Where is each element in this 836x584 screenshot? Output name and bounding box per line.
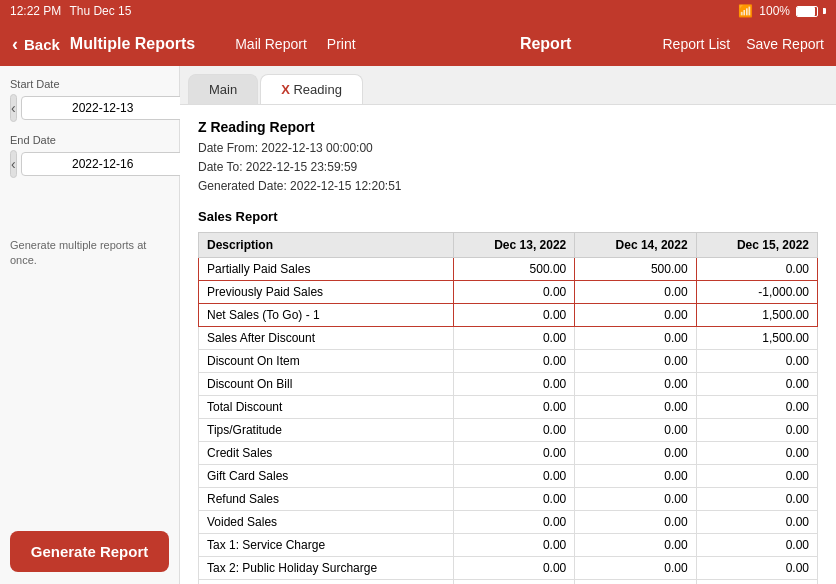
cell-description: Credit Sales <box>199 441 454 464</box>
end-date-input[interactable] <box>21 152 185 176</box>
table-row: Previously Paid Sales0.000.00-1,000.00 <box>199 280 818 303</box>
tab-reading-label: Reading <box>293 82 341 97</box>
cell-col1: 0.00 <box>453 326 574 349</box>
report-meta: Date From: 2022-12-13 00:00:00 Date To: … <box>198 139 818 197</box>
table-row: Partially Paid Sales500.00500.000.00 <box>199 257 818 280</box>
center-title: Report <box>449 35 643 53</box>
print-button[interactable]: Print <box>327 36 356 52</box>
cell-col3: 0.00 <box>696 487 817 510</box>
cell-col1: 0.00 <box>453 418 574 441</box>
cell-col3: 0.00 <box>696 257 817 280</box>
start-date-input[interactable] <box>21 96 185 120</box>
start-date-label: Start Date <box>10 78 169 90</box>
cell-col1: 0.00 <box>453 464 574 487</box>
battery-icon <box>796 6 818 17</box>
tab-main[interactable]: Main <box>188 74 258 104</box>
cell-col2: 500.00 <box>575 257 696 280</box>
status-bar: 12:22 PM Thu Dec 15 📶 100% <box>0 0 836 22</box>
table-row: Voided Sales0.000.000.00 <box>199 510 818 533</box>
table-row: Total Tax0.000.000.00 <box>199 579 818 584</box>
main-layout: Start Date ‹ › End Date ‹ › Generate mul… <box>0 66 836 584</box>
cell-col2: 0.00 <box>575 556 696 579</box>
cell-col3: 0.00 <box>696 395 817 418</box>
back-arrow-icon[interactable]: ‹ <box>12 34 18 55</box>
cell-description: Discount On Bill <box>199 372 454 395</box>
start-date-section: Start Date ‹ › <box>10 78 169 122</box>
table-row: Tax 2: Public Holiday Surcharge0.000.000… <box>199 556 818 579</box>
section-title: Sales Report <box>198 209 818 224</box>
sales-table: Description Dec 13, 2022 Dec 14, 2022 De… <box>198 232 818 584</box>
cell-description: Net Sales (To Go) - 1 <box>199 303 454 326</box>
mail-report-button[interactable]: Mail Report <box>235 36 307 52</box>
start-date-prev-button[interactable]: ‹ <box>10 94 17 122</box>
cell-col3: 1,500.00 <box>696 303 817 326</box>
cell-description: Gift Card Sales <box>199 464 454 487</box>
battery-tip <box>823 8 826 14</box>
table-header-row: Description Dec 13, 2022 Dec 14, 2022 De… <box>199 232 818 257</box>
cell-description: Total Discount <box>199 395 454 418</box>
cell-col1: 500.00 <box>453 257 574 280</box>
cell-col3: -1,000.00 <box>696 280 817 303</box>
date-from: Date From: 2022-12-13 00:00:00 <box>198 139 818 158</box>
report-content: Z Reading Report Date From: 2022-12-13 0… <box>180 105 836 584</box>
table-row: Total Discount0.000.000.00 <box>199 395 818 418</box>
cell-description: Refund Sales <box>199 487 454 510</box>
table-row: Tax 1: Service Charge0.000.000.00 <box>199 533 818 556</box>
back-label[interactable]: Back <box>24 36 60 53</box>
cell-col3: 0.00 <box>696 349 817 372</box>
table-row: Refund Sales0.000.000.00 <box>199 487 818 510</box>
cell-col2: 0.00 <box>575 579 696 584</box>
cell-col3: 0.00 <box>696 510 817 533</box>
cell-col3: 0.00 <box>696 441 817 464</box>
table-row: Gift Card Sales0.000.000.00 <box>199 464 818 487</box>
cell-col1: 0.00 <box>453 510 574 533</box>
top-nav: ‹ Back Multiple Reports Mail Report Prin… <box>0 22 836 66</box>
cell-col1: 0.00 <box>453 349 574 372</box>
cell-description: Sales After Discount <box>199 326 454 349</box>
end-date-prev-button[interactable]: ‹ <box>10 150 17 178</box>
cell-col1: 0.00 <box>453 303 574 326</box>
cell-col3: 0.00 <box>696 418 817 441</box>
col-dec13: Dec 13, 2022 <box>453 232 574 257</box>
table-row: Credit Sales0.000.000.00 <box>199 441 818 464</box>
cell-col2: 0.00 <box>575 464 696 487</box>
cell-col3: 1,500.00 <box>696 326 817 349</box>
cell-col2: 0.00 <box>575 487 696 510</box>
cell-col2: 0.00 <box>575 441 696 464</box>
end-date-section: End Date ‹ › <box>10 134 169 178</box>
cell-col1: 0.00 <box>453 372 574 395</box>
cell-col2: 0.00 <box>575 349 696 372</box>
cell-col1: 0.00 <box>453 280 574 303</box>
cell-col1: 0.00 <box>453 487 574 510</box>
cell-col2: 0.00 <box>575 395 696 418</box>
tab-bar: Main X Reading <box>180 66 836 105</box>
tab-x-reading-label: X <box>281 82 293 97</box>
table-row: Sales After Discount0.000.001,500.00 <box>199 326 818 349</box>
cell-description: Tax 1: Service Charge <box>199 533 454 556</box>
cell-description: Voided Sales <box>199 510 454 533</box>
generate-report-button[interactable]: Generate Report <box>10 531 169 572</box>
save-report-button[interactable]: Save Report <box>746 36 824 52</box>
report-title: Z Reading Report <box>198 119 818 135</box>
content-area: Main X Reading Z Reading Report Date Fro… <box>180 66 836 584</box>
cell-description: Tax 2: Public Holiday Surcharge <box>199 556 454 579</box>
table-row: Tips/Gratitude0.000.000.00 <box>199 418 818 441</box>
cell-col1: 0.00 <box>453 556 574 579</box>
cell-col2: 0.00 <box>575 533 696 556</box>
report-list-button[interactable]: Report List <box>662 36 730 52</box>
cell-description: Partially Paid Sales <box>199 257 454 280</box>
cell-description: Tips/Gratitude <box>199 418 454 441</box>
cell-col1: 0.00 <box>453 441 574 464</box>
sidebar-note: Generate multiple reports at once. <box>10 238 169 269</box>
col-dec14: Dec 14, 2022 <box>575 232 696 257</box>
cell-col3: 0.00 <box>696 372 817 395</box>
tab-x-reading[interactable]: X Reading <box>260 74 363 104</box>
col-dec15: Dec 15, 2022 <box>696 232 817 257</box>
col-description: Description <box>199 232 454 257</box>
status-day: Thu Dec 15 <box>69 4 131 18</box>
cell-col1: 0.00 <box>453 579 574 584</box>
wifi-icon: 📶 <box>738 4 753 18</box>
sidebar: Start Date ‹ › End Date ‹ › Generate mul… <box>0 66 180 584</box>
cell-col3: 0.00 <box>696 579 817 584</box>
cell-col3: 0.00 <box>696 464 817 487</box>
